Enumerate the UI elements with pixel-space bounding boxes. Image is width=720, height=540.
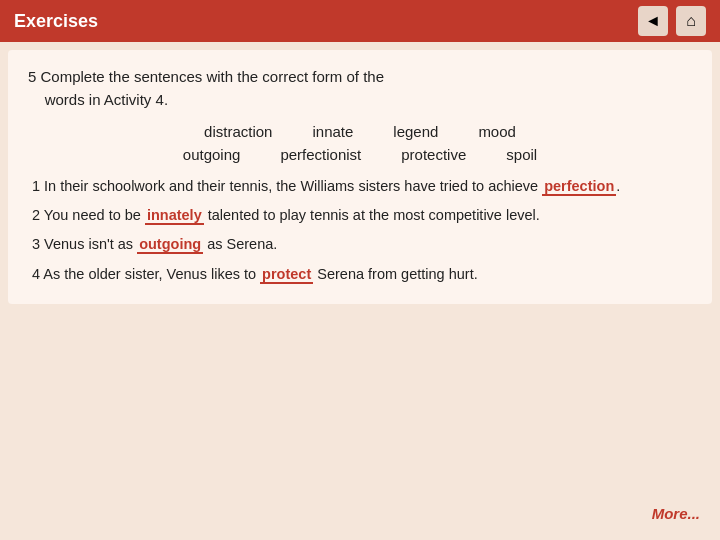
instruction: 5 Complete the sentences with the correc… xyxy=(28,66,692,111)
header: Exercises xyxy=(0,0,720,42)
more-label: More... xyxy=(652,505,700,522)
exercise-1-answer: perfection xyxy=(542,178,616,196)
header-title: Exercises xyxy=(14,11,98,32)
word-perfectionist: perfectionist xyxy=(276,144,365,165)
exercise-3-answer: outgoing xyxy=(137,236,203,254)
exercise-1-text-before: In their schoolwork and their tennis, th… xyxy=(44,178,542,194)
word-innate: innate xyxy=(308,121,357,142)
word-outgoing: outgoing xyxy=(179,144,245,165)
exercise-2-answer: innately xyxy=(145,207,204,225)
exercise-3-text-after: as Serena. xyxy=(203,236,277,252)
exercise-4-number: 4 xyxy=(32,266,43,282)
exercise-1-text-after: . xyxy=(616,178,620,194)
back-button[interactable] xyxy=(638,6,668,36)
home-icon xyxy=(686,12,696,30)
exercise-2-text-before: You need to be xyxy=(44,207,145,223)
word-row-2: outgoing perfectionist protective spoil xyxy=(179,144,541,165)
word-protective: protective xyxy=(397,144,470,165)
exercise-1-number: 1 xyxy=(32,178,44,194)
instruction-line1: 5 Complete the sentences with the correc… xyxy=(28,68,384,85)
exercise-3-number: 3 xyxy=(32,236,44,252)
word-spoil: spoil xyxy=(502,144,541,165)
exercise-1: 1 In their schoolwork and their tennis, … xyxy=(32,175,688,198)
instruction-line2: words in Activity 4. xyxy=(45,91,168,108)
word-row-1: distraction innate legend mood xyxy=(200,121,520,142)
word-mood: mood xyxy=(474,121,520,142)
exercise-2-number: 2 xyxy=(32,207,44,223)
main-content: 5 Complete the sentences with the correc… xyxy=(8,50,712,304)
exercise-4-text-after: Serena from getting hurt. xyxy=(313,266,477,282)
exercise-2-text-after: talented to play tennis at the most comp… xyxy=(204,207,540,223)
word-distraction: distraction xyxy=(200,121,276,142)
exercise-3-text-before: Venus isn't as xyxy=(44,236,137,252)
back-icon xyxy=(645,12,661,30)
home-button[interactable] xyxy=(676,6,706,36)
word-bank: distraction innate legend mood outgoing … xyxy=(28,121,692,165)
header-icons xyxy=(638,6,706,36)
exercise-2: 2 You need to be innately talented to pl… xyxy=(32,204,688,227)
exercise-4: 4 As the older sister, Venus likes to pr… xyxy=(32,263,688,286)
exercise-3: 3 Venus isn't as outgoing as Serena. xyxy=(32,233,688,256)
word-legend: legend xyxy=(389,121,442,142)
exercise-4-text-before: As the older sister, Venus likes to xyxy=(43,266,260,282)
exercises: 1 In their schoolwork and their tennis, … xyxy=(28,175,692,286)
more-button[interactable]: More... xyxy=(652,505,700,522)
exercise-4-answer: protect xyxy=(260,266,313,284)
